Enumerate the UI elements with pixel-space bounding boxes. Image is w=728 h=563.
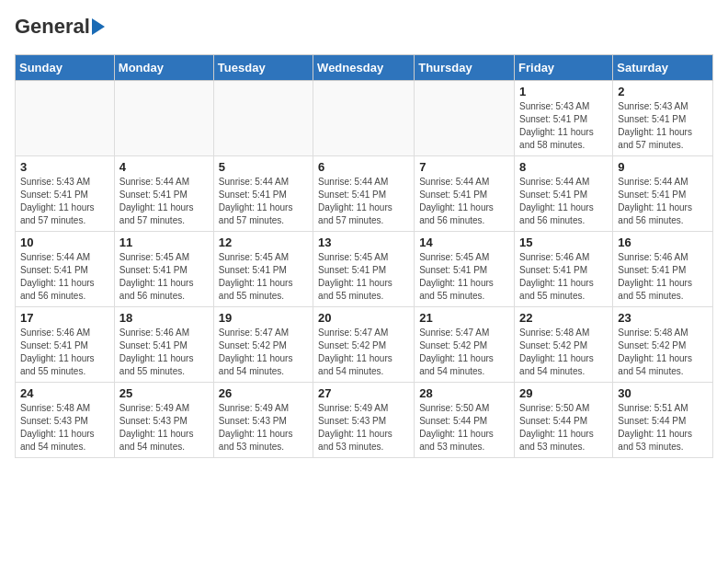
day-number: 28 [419,386,509,400]
day-number: 13 [318,236,409,249]
calendar-week-row: 1Sunrise: 5:43 AM Sunset: 5:41 PM Daylig… [16,81,713,156]
day-number: 17 [20,311,109,325]
calendar-cell: 9Sunrise: 5:44 AM Sunset: 5:41 PM Daylig… [613,156,713,232]
day-number: 15 [519,236,608,249]
logo-arrow-icon [92,18,105,35]
calendar-cell: 28Sunrise: 5:50 AM Sunset: 5:44 PM Dayli… [415,383,515,458]
calendar-cell [313,81,415,156]
day-number: 6 [318,160,409,174]
calendar-week-row: 10Sunrise: 5:44 AM Sunset: 5:41 PM Dayli… [16,232,713,307]
calendar-cell: 16Sunrise: 5:46 AM Sunset: 5:41 PM Dayli… [613,232,713,307]
logo-text-general: General [15,15,90,39]
calendar-week-row: 17Sunrise: 5:46 AM Sunset: 5:41 PM Dayli… [16,307,713,383]
day-number: 14 [419,236,509,249]
day-info: Sunrise: 5:49 AM Sunset: 5:43 PM Dayligh… [219,402,308,454]
calendar-cell: 10Sunrise: 5:44 AM Sunset: 5:41 PM Dayli… [16,232,115,307]
day-info: Sunrise: 5:47 AM Sunset: 5:42 PM Dayligh… [318,327,409,378]
day-info: Sunrise: 5:44 AM Sunset: 5:41 PM Dayligh… [318,176,409,227]
weekday-header: Tuesday [213,55,313,81]
day-number: 16 [618,236,708,249]
weekday-header: Friday [515,55,613,81]
day-number: 21 [419,311,509,325]
day-number: 3 [20,160,109,174]
calendar-cell [114,81,213,156]
day-info: Sunrise: 5:49 AM Sunset: 5:43 PM Dayligh… [318,402,409,454]
day-info: Sunrise: 5:45 AM Sunset: 5:41 PM Dayligh… [419,251,509,303]
calendar-cell: 29Sunrise: 5:50 AM Sunset: 5:44 PM Dayli… [515,383,613,458]
calendar-header-row: SundayMondayTuesdayWednesdayThursdayFrid… [16,55,713,81]
day-info: Sunrise: 5:43 AM Sunset: 5:41 PM Dayligh… [519,100,608,152]
day-info: Sunrise: 5:43 AM Sunset: 5:41 PM Dayligh… [20,176,109,227]
day-number: 20 [318,311,409,325]
weekday-header: Sunday [16,55,115,81]
calendar-cell: 8Sunrise: 5:44 AM Sunset: 5:41 PM Daylig… [515,156,613,232]
calendar-cell: 13Sunrise: 5:45 AM Sunset: 5:41 PM Dayli… [313,232,415,307]
day-info: Sunrise: 5:45 AM Sunset: 5:41 PM Dayligh… [119,251,209,303]
calendar-cell: 23Sunrise: 5:48 AM Sunset: 5:42 PM Dayli… [613,307,713,383]
day-info: Sunrise: 5:45 AM Sunset: 5:41 PM Dayligh… [318,251,409,303]
day-info: Sunrise: 5:46 AM Sunset: 5:41 PM Dayligh… [20,327,109,378]
day-number: 9 [618,160,708,174]
calendar-cell: 4Sunrise: 5:44 AM Sunset: 5:41 PM Daylig… [114,156,213,232]
day-number: 22 [519,311,608,325]
calendar-cell: 7Sunrise: 5:44 AM Sunset: 5:41 PM Daylig… [415,156,515,232]
day-number: 11 [119,236,209,249]
day-number: 26 [219,386,308,400]
page-header: General [15,15,713,43]
day-number: 29 [519,386,608,400]
weekday-header: Monday [114,55,213,81]
calendar-cell: 17Sunrise: 5:46 AM Sunset: 5:41 PM Dayli… [16,307,115,383]
day-number: 27 [318,386,409,400]
calendar-cell: 24Sunrise: 5:48 AM Sunset: 5:43 PM Dayli… [16,383,115,458]
day-info: Sunrise: 5:50 AM Sunset: 5:44 PM Dayligh… [519,402,608,454]
calendar-cell [16,81,115,156]
day-info: Sunrise: 5:48 AM Sunset: 5:43 PM Dayligh… [20,402,109,454]
day-number: 23 [618,311,708,325]
day-number: 25 [119,386,209,400]
calendar-cell: 30Sunrise: 5:51 AM Sunset: 5:44 PM Dayli… [613,383,713,458]
calendar-cell: 20Sunrise: 5:47 AM Sunset: 5:42 PM Dayli… [313,307,415,383]
day-number: 8 [519,160,608,174]
day-info: Sunrise: 5:44 AM Sunset: 5:41 PM Dayligh… [618,176,708,227]
calendar-cell: 26Sunrise: 5:49 AM Sunset: 5:43 PM Dayli… [213,383,313,458]
calendar-week-row: 24Sunrise: 5:48 AM Sunset: 5:43 PM Dayli… [16,383,713,458]
calendar-cell: 15Sunrise: 5:46 AM Sunset: 5:41 PM Dayli… [515,232,613,307]
day-number: 4 [119,160,209,174]
day-number: 10 [20,236,109,249]
day-number: 1 [519,85,608,98]
weekday-header: Wednesday [313,55,415,81]
day-number: 19 [219,311,308,325]
day-info: Sunrise: 5:48 AM Sunset: 5:42 PM Dayligh… [618,327,708,378]
weekday-header: Thursday [415,55,515,81]
day-info: Sunrise: 5:47 AM Sunset: 5:42 PM Dayligh… [419,327,509,378]
calendar-table: SundayMondayTuesdayWednesdayThursdayFrid… [15,54,713,458]
day-number: 7 [419,160,509,174]
calendar-cell: 1Sunrise: 5:43 AM Sunset: 5:41 PM Daylig… [515,81,613,156]
calendar-cell: 2Sunrise: 5:43 AM Sunset: 5:41 PM Daylig… [613,81,713,156]
day-number: 30 [618,386,708,400]
day-info: Sunrise: 5:51 AM Sunset: 5:44 PM Dayligh… [618,402,708,454]
day-info: Sunrise: 5:49 AM Sunset: 5:43 PM Dayligh… [119,402,209,454]
calendar-cell: 14Sunrise: 5:45 AM Sunset: 5:41 PM Dayli… [415,232,515,307]
day-info: Sunrise: 5:46 AM Sunset: 5:41 PM Dayligh… [618,251,708,303]
day-info: Sunrise: 5:46 AM Sunset: 5:41 PM Dayligh… [519,251,608,303]
calendar-cell: 25Sunrise: 5:49 AM Sunset: 5:43 PM Dayli… [114,383,213,458]
day-info: Sunrise: 5:45 AM Sunset: 5:41 PM Dayligh… [219,251,308,303]
day-number: 24 [20,386,109,400]
day-info: Sunrise: 5:46 AM Sunset: 5:41 PM Dayligh… [119,327,209,378]
calendar-cell: 6Sunrise: 5:44 AM Sunset: 5:41 PM Daylig… [313,156,415,232]
day-info: Sunrise: 5:47 AM Sunset: 5:42 PM Dayligh… [219,327,308,378]
day-number: 2 [618,85,708,98]
calendar-week-row: 3Sunrise: 5:43 AM Sunset: 5:41 PM Daylig… [16,156,713,232]
calendar-cell: 5Sunrise: 5:44 AM Sunset: 5:41 PM Daylig… [213,156,313,232]
calendar-cell [213,81,313,156]
calendar-cell: 22Sunrise: 5:48 AM Sunset: 5:42 PM Dayli… [515,307,613,383]
calendar-cell: 18Sunrise: 5:46 AM Sunset: 5:41 PM Dayli… [114,307,213,383]
calendar-cell: 11Sunrise: 5:45 AM Sunset: 5:41 PM Dayli… [114,232,213,307]
day-number: 18 [119,311,209,325]
day-info: Sunrise: 5:44 AM Sunset: 5:41 PM Dayligh… [519,176,608,227]
calendar-cell: 3Sunrise: 5:43 AM Sunset: 5:41 PM Daylig… [16,156,115,232]
weekday-header: Saturday [613,55,713,81]
calendar-cell: 27Sunrise: 5:49 AM Sunset: 5:43 PM Dayli… [313,383,415,458]
day-info: Sunrise: 5:48 AM Sunset: 5:42 PM Dayligh… [519,327,608,378]
